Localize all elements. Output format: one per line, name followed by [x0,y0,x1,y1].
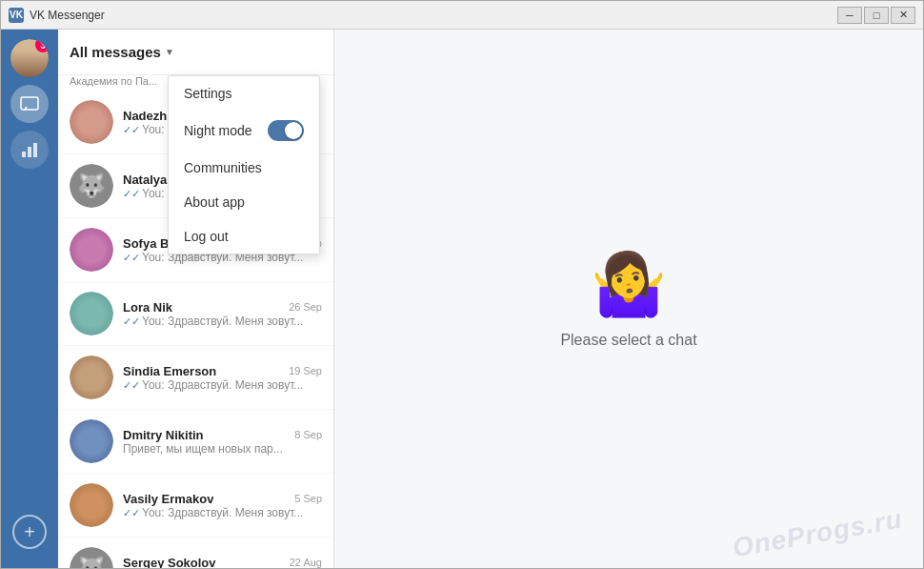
chat-name: Sergey Sokolov [123,556,216,569]
avatar-image [70,419,113,463]
dropdown-arrow-icon: ▼ [165,47,174,57]
chat-item-sergey[interactable]: 🐺 Sergey Sokolov 22 Aug ✓✓You: ... [58,538,333,568]
chart-icon [19,139,40,160]
all-messages-dropdown[interactable]: All messages ▼ [70,44,174,60]
avatar-image: 🐺 [70,547,113,568]
avatar-image [70,356,113,399]
chat-list-panel: All messages ▼ Академия по Па... Setting… [58,30,334,568]
chat-name-row: Dmitry Nikitin 8 Sep [123,428,322,442]
logout-menu-item[interactable]: Log out [169,219,319,254]
chat-item-sindia[interactable]: Sindia Emerson 19 Sep ✓✓You: Здравствуй.… [58,346,333,410]
chat-preview: ✓✓You: Здравствуй. Меня зовут... [123,506,322,519]
chat-avatar [70,483,113,527]
svg-rect-0 [21,97,38,110]
titlebar: VK VK Messenger ─ □ ✕ [1,1,923,30]
main-content: 🤷‍♀️ Please select a chat OneProgs.ru [334,30,923,568]
chat-name-row: Sindia Emerson 19 Sep [123,364,322,378]
app-icon: VK [9,8,24,23]
titlebar-left: VK VK Messenger [9,8,105,23]
chat-avatar [70,356,113,399]
watermark: OneProgs.ru [731,504,905,564]
maximize-button[interactable]: □ [864,7,889,24]
chat-name: Sindia Emerson [123,364,216,378]
chat-name: Lora Nik [123,300,172,315]
chat-preview: ✓✓You: Здравствуй. Меня зовут... [123,378,322,392]
chat-avatar: 🐺 [70,547,113,568]
close-button[interactable]: ✕ [891,7,915,24]
avatar-image [70,292,113,335]
nav-sidebar: 3 + [1,30,58,568]
nav-messages-button[interactable] [10,85,49,123]
chat-name-row: Lora Nik 26 Sep [123,300,322,315]
chat-date: 22 Aug [290,557,322,568]
chat-info: Sergey Sokolov 22 Aug ✓✓You: ... [123,556,322,569]
chat-name-row: Vasily Ermakov 5 Sep [123,492,322,506]
messages-icon [19,93,40,114]
chat-date: 19 Sep [289,365,322,376]
nav-chart-button[interactable] [10,131,49,169]
chat-avatar [70,100,113,144]
minimize-button[interactable]: ─ [837,7,862,24]
chat-avatar [70,292,113,335]
user-avatar[interactable]: 3 [10,39,49,77]
communities-menu-item[interactable]: Communities [169,151,319,185]
window-controls: ─ □ ✕ [837,7,915,24]
chat-date: 8 Sep [294,429,322,440]
about-menu-item[interactable]: About app [169,185,319,219]
app-title: VK Messenger [30,9,105,22]
chat-date: 5 Sep [294,493,322,504]
chat-name: Vasily Ermakov [123,492,213,506]
chat-item-vasily[interactable]: Vasily Ermakov 5 Sep ✓✓You: Здравствуй. … [58,474,333,538]
chat-avatar: 🐺 [70,164,113,208]
chat-info: Dmitry Nikitin 8 Sep Привет, мы ищем нов… [123,428,322,456]
chat-info: Lora Nik 26 Sep ✓✓You: Здравствуй. Меня … [123,300,322,328]
chat-item-lora[interactable]: Lora Nik 26 Sep ✓✓You: Здравствуй. Меня … [58,282,333,346]
chat-name-row: Sergey Sokolov 22 Aug [123,556,322,569]
chat-list-header: All messages ▼ [58,30,333,75]
night-mode-menu-item[interactable]: Night mode [169,111,319,151]
chat-info: Sindia Emerson 19 Sep ✓✓You: Здравствуй.… [123,364,322,392]
chat-avatar [70,419,113,463]
chat-preview: ✓✓You: Здравствуй. Меня зовут... [123,315,322,328]
chat-avatar [70,228,113,272]
empty-state: 🤷‍♀️ Please select a chat [560,249,696,349]
svg-rect-2 [28,147,31,157]
app-body: 3 + All messages [1,30,923,568]
dropdown-menu: Settings Night mode Communities About ap… [168,75,320,254]
toggle-knob [285,122,302,139]
empty-state-emoji: 🤷‍♀️ [591,249,667,320]
empty-state-text: Please select a chat [560,332,696,349]
settings-menu-item[interactable]: Settings [169,76,319,111]
main-window: VK VK Messenger ─ □ ✕ 3 [0,0,924,569]
svg-rect-1 [22,152,26,157]
chat-name: Dmitry Nikitin [123,428,204,442]
svg-rect-3 [33,143,37,157]
all-messages-label: All messages [70,44,161,60]
add-chat-button[interactable]: + [12,515,47,549]
avatar-image [70,483,113,527]
avatar-image [70,100,113,144]
chat-item-dmitry[interactable]: Dmitry Nikitin 8 Sep Привет, мы ищем нов… [58,410,333,474]
chat-date: 26 Sep [289,301,322,313]
night-mode-toggle[interactable] [268,120,304,141]
chat-info: Vasily Ermakov 5 Sep ✓✓You: Здравствуй. … [123,492,322,519]
chat-preview: Привет, мы ищем новых пар... [123,442,322,456]
avatar-image: 🐺 [70,164,113,208]
unread-badge: 3 [35,39,49,52]
avatar-image [70,228,113,272]
